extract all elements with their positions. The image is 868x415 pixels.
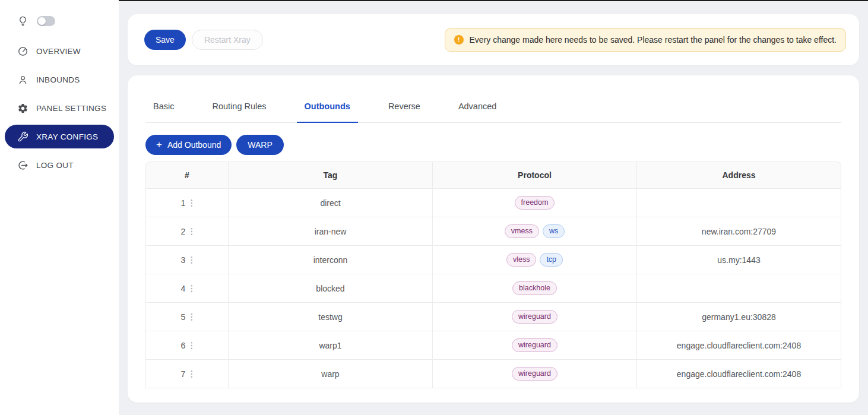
protocol-badge-wireguard: wireguard <box>512 367 557 381</box>
gear-icon <box>17 103 28 114</box>
table-row: 2 iran-new vmessws new.iran.com:27709 <box>145 217 841 246</box>
tab-basic[interactable]: Basic <box>145 90 182 122</box>
sidebar-item-inbounds[interactable]: INBOUNDS <box>5 68 114 91</box>
save-button[interactable]: Save <box>144 30 186 50</box>
tag-cell: warp <box>229 360 433 388</box>
address-cell <box>637 274 841 303</box>
warning-text: Every change made here needs to be saved… <box>470 35 837 45</box>
wrench-icon <box>17 131 28 142</box>
tab-outbounds[interactable]: Outbounds <box>297 90 358 122</box>
dark-mode-toggle[interactable] <box>37 16 55 26</box>
row-menu-icon[interactable] <box>191 341 193 350</box>
protocol-badge-tcp: tcp <box>540 253 563 267</box>
tag-cell: blocked <box>229 274 433 303</box>
row-menu-icon[interactable] <box>191 313 193 321</box>
protocol-cell: wireguard <box>433 303 637 331</box>
tag-cell: warp1 <box>229 331 433 360</box>
sidebar: OVERVIEW INBOUNDS PANEL SETTINGS XRAY CO… <box>0 0 119 415</box>
table-row: 1 direct freedom <box>145 189 841 217</box>
table-header-row: #TagProtocolAddress <box>145 161 841 189</box>
column-header-tag: Tag <box>229 161 433 189</box>
restart-xray-button[interactable]: Restart Xray <box>192 30 263 50</box>
protocol-badge-wireguard: wireguard <box>512 338 557 352</box>
table-actions: + Add Outbound WARP <box>145 135 841 155</box>
column-header-protocol: Protocol <box>433 161 637 189</box>
protocol-badge-freedom: freedom <box>515 196 555 210</box>
add-outbound-label: Add Outbound <box>167 140 221 150</box>
app-window: OVERVIEW INBOUNDS PANEL SETTINGS XRAY CO… <box>0 0 868 415</box>
protocol-badge-blackhole: blackhole <box>512 281 557 295</box>
sidebar-item-xray-configs[interactable]: XRAY CONFIGS <box>5 125 114 148</box>
sidebar-item-panel-settings[interactable]: PANEL SETTINGS <box>5 96 114 120</box>
table-row: 6 warp1 wireguard engage.cloudflareclien… <box>145 331 841 360</box>
warning-icon: ! <box>454 35 464 45</box>
tag-cell: iran-new <box>229 217 433 246</box>
address-cell <box>637 189 841 217</box>
tab-reverse[interactable]: Reverse <box>381 90 428 122</box>
protocol-badge-vmess: vmess <box>505 224 539 238</box>
tab-routing-rules[interactable]: Routing Rules <box>204 90 274 122</box>
sidebar-item-log-out[interactable]: LOG OUT <box>5 153 114 177</box>
row-number: 2 <box>181 227 186 236</box>
row-number: 7 <box>181 369 186 379</box>
gauge-icon <box>17 46 28 57</box>
logout-icon <box>17 160 28 171</box>
row-menu-icon[interactable] <box>191 227 193 236</box>
address-cell: engage.cloudflareclient.com:2408 <box>637 331 841 360</box>
xray-configs-card: Basic Routing Rules Outbounds Reverse Ad… <box>128 75 859 403</box>
restart-warning-alert: ! Every change made here needs to be sav… <box>445 28 846 52</box>
tag-cell: interconn <box>229 246 433 274</box>
sidebar-item-overview[interactable]: OVERVIEW <box>5 39 114 63</box>
protocol-cell: blackhole <box>433 274 637 303</box>
address-cell: new.iran.com:27709 <box>637 217 841 246</box>
row-menu-icon[interactable] <box>191 256 193 264</box>
toggle-knob <box>38 17 46 25</box>
row-menu-icon[interactable] <box>191 370 193 378</box>
protocol-cell: wireguard <box>433 331 637 360</box>
row-number: 4 <box>181 284 186 293</box>
protocol-badge-wireguard: wireguard <box>512 310 557 324</box>
protocol-cell: vlesstcp <box>433 246 637 274</box>
protocol-cell: wireguard <box>433 360 637 388</box>
tab-advanced[interactable]: Advanced <box>451 90 505 122</box>
tag-cell: testwg <box>229 303 433 331</box>
add-outbound-button[interactable]: + Add Outbound <box>145 135 232 155</box>
protocol-badge-vless: vless <box>506 253 536 267</box>
protocol-badge-ws: ws <box>543 224 565 238</box>
address-cell: germany1.eu:30828 <box>637 303 841 331</box>
sidebar-nav: OVERVIEW INBOUNDS PANEL SETTINGS XRAY CO… <box>0 39 119 177</box>
tab-bar: Basic Routing Rules Outbounds Reverse Ad… <box>145 90 841 123</box>
outbounds-table: #TagProtocolAddress 1 direct freedom 2 i… <box>145 161 841 388</box>
row-menu-icon[interactable] <box>191 199 193 207</box>
column-header-num: # <box>145 161 229 189</box>
toolbar-card: Save Restart Xray ! Every change made he… <box>128 14 859 65</box>
user-icon <box>17 74 28 85</box>
warp-button[interactable]: WARP <box>236 135 283 155</box>
protocol-cell: freedom <box>433 189 637 217</box>
lightbulb-icon <box>17 15 28 27</box>
row-number: 1 <box>181 198 186 208</box>
plus-icon: + <box>156 140 162 150</box>
protocol-cell: vmessws <box>433 217 637 246</box>
address-cell: engage.cloudflareclient.com:2408 <box>637 360 841 388</box>
tag-cell: direct <box>229 189 433 217</box>
main-area: Save Restart Xray ! Every change made he… <box>119 0 868 415</box>
table-row: 3 interconn vlesstcp us.my:1443 <box>145 246 841 274</box>
address-cell: us.my:1443 <box>637 246 841 274</box>
column-header-address: Address <box>637 161 841 189</box>
row-number: 6 <box>181 341 186 350</box>
table-row: 4 blocked blackhole <box>145 274 841 303</box>
theme-toggle-row <box>0 13 119 28</box>
table-row: 5 testwg wireguard germany1.eu:30828 <box>145 303 841 331</box>
table-row: 7 warp wireguard engage.cloudflareclient… <box>145 360 841 388</box>
row-number: 5 <box>181 312 186 322</box>
row-number: 3 <box>181 255 186 265</box>
row-menu-icon[interactable] <box>191 284 193 293</box>
